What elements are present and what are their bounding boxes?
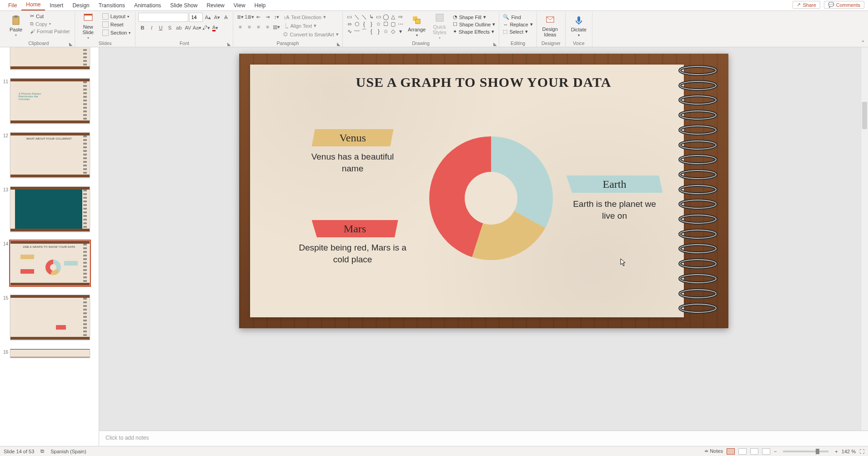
earth-tape[interactable]: Earth <box>567 175 663 193</box>
align-center-button[interactable]: ≡ <box>245 23 253 31</box>
char-spacing-button[interactable]: AV <box>184 24 192 32</box>
clipboard-dialog-launcher[interactable]: ◣ <box>69 41 74 46</box>
thumb-10-partial[interactable] <box>0 47 98 77</box>
shape-outline-button[interactable]: ☐ Shape Outline ▾ <box>452 21 497 28</box>
view-sorter-button[interactable] <box>738 448 747 455</box>
status-slide-of[interactable]: Slide 14 of 53 <box>4 449 34 454</box>
zoom-out-button[interactable]: − <box>774 449 777 454</box>
status-language[interactable]: Spanish (Spain) <box>50 449 86 454</box>
cut-button[interactable]: ✂ Cut <box>28 13 72 20</box>
earth-desc[interactable]: Earth is the planet we live on <box>569 198 660 221</box>
clear-format-button[interactable]: A̶ <box>222 13 230 21</box>
shape-fill-button[interactable]: ◔ Shape Fill ▾ <box>452 14 497 20</box>
thumb-12[interactable]: 12 WHAT ABOUT FOUR COLUMNS? <box>0 131 98 185</box>
font-dialog-launcher[interactable]: ◣ <box>227 41 232 46</box>
editor-vscroll[interactable] <box>861 47 868 431</box>
slide-title[interactable]: USE A GRAPH TO SHOW YOUR DATA <box>239 75 728 90</box>
mars-tape[interactable]: Mars <box>312 220 398 237</box>
shape-gallery[interactable]: ▭＼＼↳▭◯△⇨ ⬄⬡{}☆☐▢⋯ ∿〰⌒{}☆◇▾ <box>346 13 405 35</box>
decrease-indent-button[interactable]: ⇤ <box>254 13 262 21</box>
dictate-button[interactable]: Dictate ▾ <box>568 13 589 39</box>
font-name-input[interactable] <box>138 13 188 22</box>
shape-effects-button[interactable]: ✦ Shape Effects ▾ <box>452 28 497 35</box>
zoom-slider[interactable] <box>783 451 828 452</box>
numbering-button[interactable]: 1≣▾ <box>245 13 253 21</box>
font-color-button[interactable]: A▾ <box>211 24 219 32</box>
tab-design[interactable]: Design <box>68 0 94 10</box>
thumb-16[interactable]: 16 <box>0 347 98 358</box>
copy-button[interactable]: ⧉ Copy ▾ <box>28 20 72 27</box>
design-ideas-button[interactable]: Design Ideas <box>540 13 561 39</box>
align-text-button[interactable]: ⎿ Align Text ▾ <box>282 22 339 29</box>
format-painter-button[interactable]: 🖌 Format Painter <box>28 28 72 35</box>
editor-vscroll-thumb[interactable] <box>862 102 867 129</box>
grow-font-button[interactable]: A▴ <box>204 13 212 21</box>
zoom-slider-handle[interactable] <box>816 449 819 454</box>
notes-pane[interactable]: Click to add notes <box>99 431 868 446</box>
tab-transitions[interactable]: Transitions <box>94 0 130 10</box>
paste-button[interactable]: Paste ▾ <box>5 13 26 39</box>
tab-help[interactable]: Help <box>250 0 271 10</box>
group-font: A▴ A▾ A̶ B I U S ab AV Aa▾ 🖍▾ A▾ Font ◣ <box>135 12 233 47</box>
thumb-15[interactable]: 15 <box>0 293 98 347</box>
shape-expand-icon[interactable]: ▾ <box>397 28 404 35</box>
venus-tape[interactable]: Venus <box>312 129 394 146</box>
justify-button[interactable]: ≡ <box>263 23 271 31</box>
paragraph-dialog-launcher[interactable]: ◣ <box>337 41 341 46</box>
highlight-button[interactable]: 🖍▾ <box>202 24 210 32</box>
view-normal-button[interactable] <box>727 448 735 455</box>
line-spacing-button[interactable]: ↕▾ <box>272 13 281 21</box>
select-button[interactable]: ⬚Select ▾ <box>502 28 533 35</box>
donut-chart[interactable] <box>429 136 553 260</box>
share-button[interactable]: ↗ Share <box>793 1 820 9</box>
find-button[interactable]: 🔍Find <box>502 14 533 20</box>
font-size-input[interactable] <box>189 13 203 22</box>
slide-canvas[interactable]: USE A GRAPH TO SHOW YOUR DATA Venus Venu… <box>99 47 868 431</box>
view-slideshow-button[interactable] <box>762 448 770 455</box>
underline-button[interactable]: U <box>156 24 165 32</box>
section-button[interactable]: Section ▾ <box>100 29 133 36</box>
tab-animations[interactable]: Animations <box>130 0 166 10</box>
quick-styles-button[interactable]: Quick Styles ▾ <box>429 13 450 39</box>
zoom-in-button[interactable]: + <box>835 449 838 454</box>
align-right-button[interactable]: ≡ <box>254 23 262 31</box>
increase-indent-button[interactable]: ⇥ <box>263 13 271 21</box>
mars-desc[interactable]: Despite being red, Mars is a cold place <box>298 242 407 265</box>
replace-button[interactable]: ↔Replace ▾ <box>502 21 533 28</box>
slide-thumbnail-panel[interactable]: 11 A Picture Always Reinforces the Conce… <box>0 47 99 446</box>
drawing-dialog-launcher[interactable]: ◣ <box>493 41 498 46</box>
bold-button[interactable]: B <box>138 24 146 32</box>
tab-insert[interactable]: Insert <box>45 0 68 10</box>
shadow-button[interactable]: S <box>166 24 174 32</box>
zoom-value[interactable]: 142 % <box>842 449 856 454</box>
comments-button[interactable]: 💬 Comments <box>824 1 864 9</box>
tab-view[interactable]: View <box>229 0 250 10</box>
ribbon-collapse-button[interactable]: ⌃ <box>861 40 865 46</box>
tab-home[interactable]: Home <box>21 0 45 10</box>
venus-desc[interactable]: Venus has a beautiful name <box>307 151 398 174</box>
layout-button[interactable]: Layout ▾ <box>100 13 133 20</box>
thumb-14[interactable]: 14 USE A GRAPH TO SHOW YOUR DATA <box>0 239 98 293</box>
reset-button[interactable]: Reset <box>100 21 133 28</box>
thumb-13[interactable]: 13 <box>0 185 98 239</box>
thumb-11[interactable]: 11 A Picture Always Reinforces the Conce… <box>0 77 98 131</box>
fit-to-window-button[interactable]: ⛶ <box>859 449 864 454</box>
slide[interactable]: USE A GRAPH TO SHOW YOUR DATA Venus Venu… <box>239 54 728 328</box>
tab-slideshow[interactable]: Slide Show <box>166 0 202 10</box>
tab-file[interactable]: File <box>4 0 21 10</box>
view-reading-button[interactable] <box>750 448 758 455</box>
align-left-button[interactable]: ≡ <box>236 23 244 31</box>
convert-smartart-button[interactable]: ⌬ Convert to SmartArt ▾ <box>282 31 339 38</box>
text-direction-button[interactable]: ↕A Text Direction ▾ <box>282 14 339 20</box>
status-notes-button[interactable]: ≐ Notes <box>704 448 723 454</box>
new-slide-button[interactable]: New Slide ▾ <box>78 13 99 39</box>
italic-button[interactable]: I <box>147 24 156 32</box>
shrink-font-button[interactable]: A▾ <box>213 13 221 21</box>
strike-button[interactable]: ab <box>175 24 183 32</box>
arrange-button[interactable]: Arrange ▾ <box>406 13 427 39</box>
status-a11y-icon[interactable]: ⧉ <box>40 448 44 454</box>
tab-review[interactable]: Review <box>202 0 229 10</box>
columns-button[interactable]: ▥▾ <box>272 23 281 31</box>
bullets-button[interactable]: ≣▾ <box>236 13 244 21</box>
change-case-button[interactable]: Aa▾ <box>193 24 201 32</box>
